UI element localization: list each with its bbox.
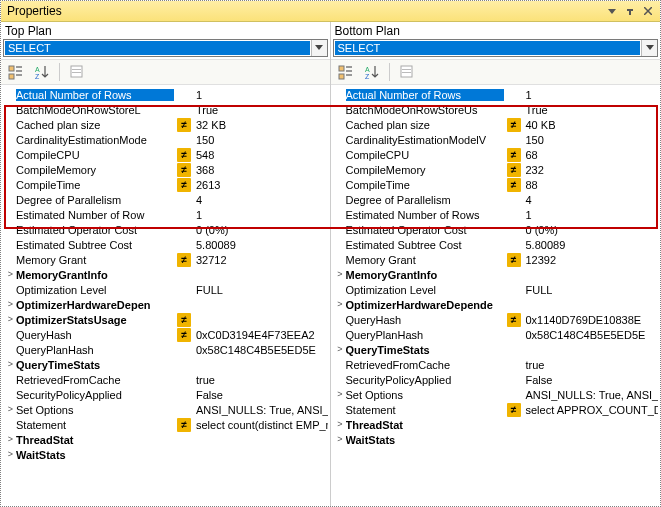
expand-icon[interactable]: > [5,312,16,327]
property-pages-icon[interactable] [396,61,418,83]
property-name: Actual Number of Rows [346,89,504,101]
svg-rect-9 [72,72,81,73]
property-row[interactable]: QueryHash≠0x1140D769DE10838E [335,312,659,327]
property-row[interactable]: RetrievedFromCachetrue [335,357,659,372]
property-row[interactable]: Memory Grant≠32712 [5,252,328,267]
close-icon[interactable] [640,3,656,19]
property-row[interactable]: >MemoryGrantInfo [5,267,328,282]
property-name: OptimizerHardwareDepen [16,299,174,311]
expand-icon[interactable]: > [5,432,16,447]
property-row[interactable]: QueryPlanHash0x58C148C4B5E5ED5E [335,327,659,342]
left-pane: Top Plan SELECT AZ Actual Number of Rows… [1,22,331,506]
property-row[interactable]: Actual Number of Rows1 [335,87,659,102]
expand-icon[interactable]: > [5,267,16,282]
property-row[interactable]: >QueryTimeStats [335,342,659,357]
property-row[interactable]: >OptimizerHardwareDepen [5,297,328,312]
expand-icon[interactable]: > [5,447,16,462]
dropdown-icon[interactable] [604,3,620,19]
property-row[interactable]: Estimated Subtree Cost5.80089 [5,237,328,252]
expand-icon[interactable]: > [5,357,16,372]
property-row[interactable]: Estimated Number of Row1 [5,207,328,222]
property-row[interactable]: CompileTime≠2613 [5,177,328,192]
property-row[interactable]: Actual Number of Rows1 [5,87,328,102]
left-property-grid[interactable]: Actual Number of Rows1BatchModeOnRowStor… [1,85,330,506]
left-object-combo[interactable]: SELECT [3,39,328,57]
property-row[interactable]: Estimated Number of Rows1 [335,207,659,222]
property-row[interactable]: >QueryTimeStats [5,357,328,372]
property-name: Actual Number of Rows [16,89,174,101]
expand-icon[interactable]: > [335,387,346,402]
expand-icon[interactable]: > [5,297,16,312]
left-toolbar: AZ [1,59,330,85]
property-row[interactable]: >OptimizerHardwareDepende [335,297,659,312]
expand-icon[interactable]: > [335,417,346,432]
property-row[interactable]: >Set OptionsANSI_NULLS: True, ANSI_PADDI… [335,387,659,402]
property-row[interactable]: QueryPlanHash0x58C148C4B5E5ED5E [5,342,328,357]
property-row[interactable]: >Set OptionsANSI_NULLS: True, ANSI_PADDI… [5,402,328,417]
svg-text:Z: Z [365,73,370,80]
property-name: Estimated Subtree Cost [16,239,174,251]
expand-icon[interactable]: > [335,432,346,447]
expand-icon[interactable]: > [5,402,16,417]
property-row[interactable]: CompileCPU≠68 [335,147,659,162]
right-toolbar: AZ [331,59,661,85]
property-row[interactable]: CompileCPU≠548 [5,147,328,162]
property-row[interactable]: >ThreadStat [5,432,328,447]
property-row[interactable]: >OptimizerStatsUsage≠ [5,312,328,327]
right-object-combo[interactable]: SELECT [333,39,659,57]
property-name: Cached plan size [16,119,174,131]
property-name: OptimizerStatsUsage [16,314,174,326]
chevron-down-icon[interactable] [311,40,327,56]
expand-icon[interactable]: > [335,267,346,282]
property-row[interactable]: CardinalityEstimationModelV150 [335,132,659,147]
property-row[interactable]: CompileMemory≠368 [5,162,328,177]
property-row[interactable]: Cached plan size≠32 KB [5,117,328,132]
property-row[interactable]: BatchModeOnRowStoreLTrue [5,102,328,117]
property-row[interactable]: >WaitStats [5,447,328,462]
property-row[interactable]: SecurityPolicyAppliedFalse [5,387,328,402]
categorized-icon[interactable] [335,61,357,83]
alphabetical-icon[interactable]: AZ [31,61,53,83]
property-name: QueryTimeStats [16,359,174,371]
property-row[interactable]: CompileTime≠88 [335,177,659,192]
property-row[interactable]: Degree of Parallelism4 [5,192,328,207]
property-row[interactable]: Memory Grant≠12392 [335,252,659,267]
property-row[interactable]: >WaitStats [335,432,659,447]
expand-icon[interactable]: > [335,297,346,312]
property-row[interactable]: >ThreadStat [335,417,659,432]
property-row[interactable]: Statement≠select APPROX_COUNT_DIST [335,402,659,417]
property-row[interactable]: Estimated Operator Cost0 (0%) [5,222,328,237]
right-property-grid[interactable]: Actual Number of Rows1BatchModeOnRowStor… [331,85,661,506]
property-row[interactable]: Cached plan size≠40 KB [335,117,659,132]
not-equal-icon: ≠ [504,403,524,417]
property-row[interactable]: Estimated Subtree Cost5.80089 [335,237,659,252]
property-row[interactable]: QueryHash≠0xC0D3194E4F73EEA2 [5,327,328,342]
property-row[interactable]: Degree of Parallelism4 [335,192,659,207]
property-pages-icon[interactable] [66,61,88,83]
property-value: ANSI_NULLS: True, ANSI_PADDIN [524,389,659,401]
property-row[interactable]: CompileMemory≠232 [335,162,659,177]
property-row[interactable]: RetrievedFromCachetrue [5,372,328,387]
property-name: ThreadStat [346,419,504,431]
property-value: 548 [194,149,328,161]
not-equal-icon: ≠ [504,253,524,267]
pin-icon[interactable] [622,3,638,19]
property-row[interactable]: Estimated Operator Cost0 (0%) [335,222,659,237]
property-row[interactable]: >MemoryGrantInfo [335,267,659,282]
property-row[interactable]: Statement≠select count(distinct EMP_nam [5,417,328,432]
property-row[interactable]: BatchModeOnRowStoreUsTrue [335,102,659,117]
property-name: CompileMemory [16,164,174,176]
property-name: Statement [16,419,174,431]
not-equal-icon: ≠ [174,253,194,267]
categorized-icon[interactable] [5,61,27,83]
property-row[interactable]: Optimization LevelFULL [5,282,328,297]
property-row[interactable]: SecurityPolicyAppliedFalse [335,372,659,387]
property-value: FULL [524,284,659,296]
property-value: 2613 [194,179,328,191]
property-row[interactable]: Optimization LevelFULL [335,282,659,297]
expand-icon[interactable]: > [335,342,346,357]
alphabetical-icon[interactable]: AZ [361,61,383,83]
property-row[interactable]: CardinalityEstimationMode150 [5,132,328,147]
chevron-down-icon[interactable] [641,40,657,56]
property-name: Estimated Subtree Cost [346,239,504,251]
